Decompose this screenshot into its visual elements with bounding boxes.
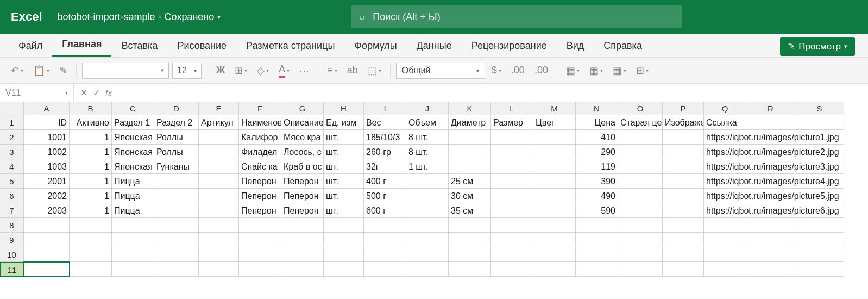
search-box[interactable]: ⌕ Поиск (Alt + Ы)	[351, 5, 682, 28]
cell[interactable]	[746, 247, 795, 262]
cell[interactable]	[199, 233, 239, 247]
cell[interactable]	[112, 262, 154, 277]
document-name[interactable]: botobot-import-sample	[58, 11, 155, 23]
cell[interactable]: Филадел	[239, 145, 281, 159]
cell[interactable]	[324, 262, 364, 277]
cell[interactable]: шт.	[324, 145, 364, 159]
cell[interactable]	[533, 189, 576, 203]
cell[interactable]	[746, 218, 795, 233]
cell[interactable]: 1	[70, 159, 112, 174]
cell[interactable]: Ссылка	[704, 115, 746, 130]
cell[interactable]: 2002	[24, 189, 70, 203]
tab-Рисование[interactable]: Рисование	[167, 35, 236, 57]
paste-button[interactable]: 📋	[30, 62, 53, 79]
cell[interactable]	[324, 247, 364, 262]
cell[interactable]	[281, 218, 324, 233]
conditional-format-button[interactable]: ▦	[563, 62, 583, 79]
cell[interactable]: Раздел 2	[154, 115, 199, 130]
cell[interactable]	[24, 218, 70, 233]
row-header[interactable]: 10	[0, 247, 24, 262]
tab-Главная[interactable]: Главная	[52, 33, 111, 57]
cell[interactable]: 1	[70, 174, 112, 189]
cell[interactable]	[70, 218, 112, 233]
cell[interactable]: 600 г	[364, 203, 406, 218]
cell[interactable]	[533, 218, 576, 233]
cell[interactable]: 25 см	[449, 174, 491, 189]
cell[interactable]	[663, 233, 704, 247]
cell[interactable]	[154, 233, 199, 247]
cell[interactable]	[618, 159, 663, 174]
cell[interactable]	[112, 247, 154, 262]
cell[interactable]	[24, 233, 70, 247]
cell[interactable]: 260 гр	[364, 145, 406, 159]
cell[interactable]: Краб в ос	[281, 159, 324, 174]
cell[interactable]: Изображение	[663, 115, 704, 130]
bold-button[interactable]: Ж	[213, 62, 228, 79]
cell[interactable]	[618, 247, 663, 262]
cell[interactable]	[795, 218, 844, 233]
tab-Справка[interactable]: Справка	[594, 35, 652, 57]
cell[interactable]	[746, 233, 795, 247]
cell[interactable]	[663, 247, 704, 262]
cell[interactable]	[70, 247, 112, 262]
cell[interactable]: Пицца	[112, 203, 154, 218]
row-header[interactable]: 2	[0, 130, 24, 145]
preview-button[interactable]: ✎ Просмотр ▾	[780, 37, 855, 56]
cell[interactable]	[663, 130, 704, 145]
cell[interactable]	[154, 203, 199, 218]
row-header[interactable]: 7	[0, 203, 24, 218]
cell[interactable]: 2003	[24, 203, 70, 218]
cell[interactable]: 8 шт.	[406, 130, 449, 145]
cell[interactable]	[533, 130, 576, 145]
cell[interactable]: Раздел 1	[112, 115, 154, 130]
cell[interactable]	[746, 115, 795, 130]
cell[interactable]	[449, 247, 491, 262]
cell[interactable]: шт.	[324, 130, 364, 145]
col-header-D[interactable]: D	[154, 102, 199, 115]
cell[interactable]: Роллы	[154, 145, 199, 159]
cell[interactable]: Цвет	[533, 115, 576, 130]
cell[interactable]	[663, 159, 704, 174]
cancel-icon[interactable]: ✕	[80, 88, 87, 98]
merge-button[interactable]: ⬚	[364, 62, 385, 79]
cell[interactable]	[663, 262, 704, 277]
cell[interactable]: 410	[576, 130, 618, 145]
cell[interactable]: Пеперон	[281, 174, 324, 189]
cell[interactable]	[239, 262, 281, 277]
cell[interactable]	[704, 247, 746, 262]
cell[interactable]: 185/10/3	[364, 130, 406, 145]
cell[interactable]: шт.	[324, 174, 364, 189]
chevron-down-icon[interactable]: ▾	[217, 13, 221, 21]
cell[interactable]	[618, 262, 663, 277]
cell[interactable]	[618, 203, 663, 218]
cell[interactable]	[618, 189, 663, 203]
cell[interactable]: 1	[70, 130, 112, 145]
cell[interactable]	[533, 262, 576, 277]
cell[interactable]: https://iqbot.ru/images/picture2.jpg	[704, 145, 746, 159]
cell[interactable]	[449, 218, 491, 233]
row-header[interactable]: 6	[0, 189, 24, 203]
cell[interactable]	[795, 115, 844, 130]
cell[interactable]: Гунканы	[154, 159, 199, 174]
col-header-G[interactable]: G	[281, 102, 324, 115]
col-header-K[interactable]: K	[449, 102, 491, 115]
cell[interactable]	[576, 247, 618, 262]
cell[interactable]	[154, 189, 199, 203]
cell[interactable]	[795, 262, 844, 277]
tab-Файл[interactable]: Файл	[9, 35, 52, 57]
cell[interactable]: https://iqbot.ru/images/picture3.jpg	[704, 159, 746, 174]
borders-button[interactable]: ⊞	[231, 62, 250, 79]
cell-styles-button[interactable]: ▦	[609, 62, 630, 79]
cell[interactable]: Калифор	[239, 130, 281, 145]
cell[interactable]: Описание	[281, 115, 324, 130]
cell[interactable]	[449, 145, 491, 159]
cell[interactable]	[533, 203, 576, 218]
cell[interactable]: шт.	[324, 189, 364, 203]
cell[interactable]: Мясо кра	[281, 130, 324, 145]
cell[interactable]	[154, 262, 199, 277]
cell[interactable]: 1 шт.	[406, 159, 449, 174]
cell[interactable]: Диаметр	[449, 115, 491, 130]
cell[interactable]	[449, 130, 491, 145]
cell[interactable]: Активно	[70, 115, 112, 130]
cell[interactable]: 1003	[24, 159, 70, 174]
